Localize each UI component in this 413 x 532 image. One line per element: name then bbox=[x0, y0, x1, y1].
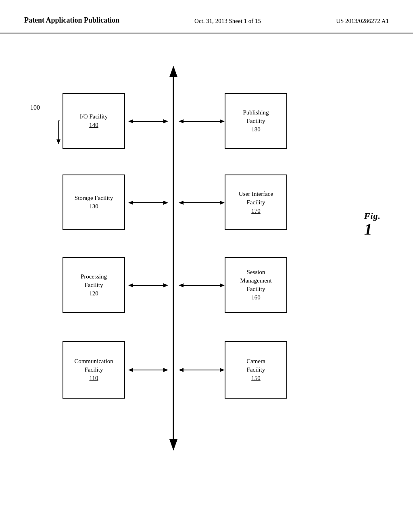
page-header: Patent Application Publication Oct. 31, … bbox=[0, 0, 413, 33]
svg-marker-27 bbox=[56, 139, 60, 144]
svg-marker-7 bbox=[128, 201, 133, 205]
io-facility-box: I/O Facility 140 bbox=[63, 93, 125, 149]
storage-facility-box: Storage Facility 130 bbox=[63, 175, 125, 230]
svg-marker-2 bbox=[169, 439, 177, 451]
system-number-label: 100 bbox=[30, 104, 40, 111]
svg-marker-11 bbox=[163, 283, 168, 287]
publication-date-sheet: Oct. 31, 2013 Sheet 1 of 15 bbox=[194, 16, 261, 25]
svg-marker-23 bbox=[220, 283, 225, 287]
svg-marker-10 bbox=[128, 283, 133, 287]
svg-marker-8 bbox=[163, 201, 168, 205]
svg-marker-4 bbox=[128, 119, 133, 123]
svg-marker-20 bbox=[220, 201, 225, 205]
figure-label: Fig. 1 bbox=[364, 211, 381, 237]
publishing-facility-box: PublishingFacility 180 bbox=[225, 93, 287, 149]
svg-marker-14 bbox=[163, 368, 168, 372]
svg-marker-16 bbox=[179, 119, 184, 123]
svg-marker-5 bbox=[163, 119, 168, 123]
svg-marker-17 bbox=[220, 119, 225, 123]
publication-number: US 2013/0286272 A1 bbox=[336, 16, 389, 25]
user-interface-facility-box: User InterfaceFacility 170 bbox=[225, 175, 287, 230]
svg-marker-25 bbox=[179, 368, 184, 372]
communication-facility-box: CommunicationFacility 110 bbox=[63, 341, 125, 399]
svg-marker-13 bbox=[128, 368, 133, 372]
session-management-facility-box: SessionManagementFacility 160 bbox=[225, 257, 287, 313]
svg-marker-19 bbox=[179, 201, 184, 205]
svg-marker-22 bbox=[179, 283, 184, 287]
camera-facility-box: CameraFacility 150 bbox=[225, 341, 287, 399]
processing-facility-box: ProcessingFacility 120 bbox=[63, 257, 125, 313]
publication-title: Patent Application Publication bbox=[24, 16, 119, 25]
svg-marker-26 bbox=[220, 368, 225, 372]
diagram-area: 100 I/O Facility 140 Storage Facility 13… bbox=[0, 33, 413, 497]
svg-marker-1 bbox=[169, 66, 177, 77]
